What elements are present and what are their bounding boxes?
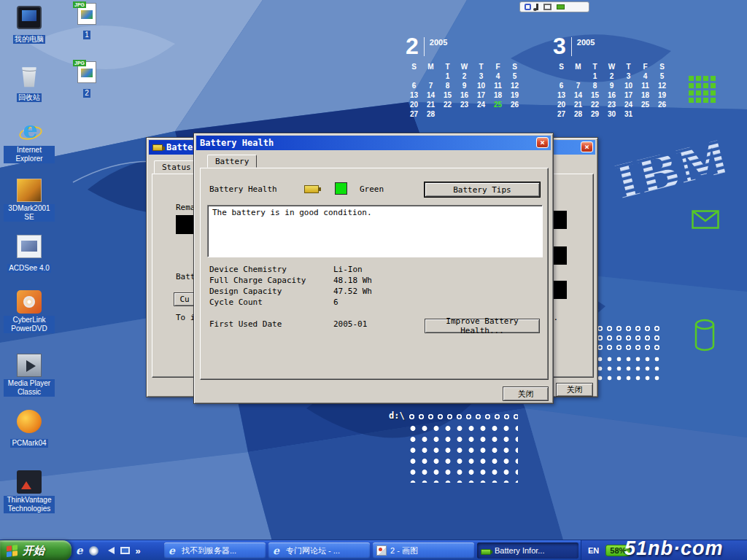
- jpg-file-icon: [77, 3, 96, 25]
- desktop-icon-mpc[interactable]: Media Player Classic: [3, 354, 55, 397]
- pcmark-icon: [17, 410, 42, 433]
- taskbar-task-1[interactable]: 找不到服务器...: [164, 542, 266, 559]
- calendar-date: 21: [570, 101, 587, 109]
- first-used-value: 2005-01: [333, 319, 367, 329]
- calendar-date: 23: [456, 101, 473, 109]
- field-value: Li-Ion: [333, 265, 363, 274]
- calendar-date: 6: [406, 82, 422, 90]
- desktop-icon-my-computer[interactable]: 我的电脑: [3, 6, 55, 44]
- calendar-date: 25: [489, 101, 506, 109]
- cycle-button[interactable]: Cu: [174, 292, 196, 306]
- calendar-date: 2: [456, 72, 473, 80]
- windows-flag-icon: [7, 544, 18, 556]
- start-label: 开始: [23, 544, 44, 558]
- calendar-date: 27: [553, 110, 570, 118]
- calendar-date: [406, 72, 422, 80]
- desktop-icon-ie[interactable]: Internet Explorer: [3, 120, 55, 164]
- calendar-date: 20: [553, 101, 570, 109]
- calendar-date: 19: [506, 91, 523, 99]
- gauge-display: [553, 211, 567, 229]
- desktop-icon-acdsee[interactable]: ACDSee 4.0: [3, 235, 55, 273]
- music-note-icon[interactable]: [536, 4, 538, 10]
- health-label: Battery Health: [209, 184, 277, 194]
- calendar-date: 1: [587, 72, 603, 80]
- file-icon-label: 1: [83, 31, 90, 39]
- calendar-day-header: S: [506, 63, 523, 71]
- calendar-date: 22: [439, 101, 456, 109]
- thinkvantage-icon: [17, 470, 42, 494]
- file-icon-jpg[interactable]: 1: [70, 3, 104, 40]
- calendar-day-header: F: [637, 63, 654, 71]
- calendar-date: 28: [422, 110, 439, 118]
- close-icon[interactable]: ×: [536, 137, 549, 148]
- desktop-icon-thinkvantage[interactable]: ThinkVantage Technologies: [3, 470, 55, 514]
- ie-icon: [168, 545, 178, 556]
- dots-pattern-filled: [595, 354, 662, 384]
- condition-text: The battery is in good condition.: [212, 208, 372, 217]
- calendar-date: 7: [570, 82, 587, 90]
- battery-health-titlebar[interactable]: Battery Health: [196, 136, 551, 150]
- health-status-indicator: [335, 182, 347, 195]
- improve-battery-health-button[interactable]: Improve Battery Health...: [425, 319, 540, 333]
- calendar-date: 3: [620, 72, 637, 80]
- start-button[interactable]: 开始: [0, 540, 71, 560]
- close-button[interactable]: 关闭: [503, 386, 549, 401]
- charge-gauge: [176, 215, 195, 234]
- media-disc-icon[interactable]: [89, 546, 98, 556]
- battery-health-title: Battery Health: [200, 138, 274, 148]
- taskbar-task-2[interactable]: 专门网论坛 - ...: [268, 542, 370, 559]
- desktop-icon-pcmark[interactable]: PCMark04: [3, 410, 55, 448]
- plug-icon[interactable]: [525, 4, 531, 10]
- calendar-header: 22005: [406, 35, 531, 58]
- condition-textbox[interactable]: The battery is in good condition.: [207, 205, 543, 257]
- desktop-icon-label: 回收站: [17, 93, 42, 102]
- taskbar-task-3[interactable]: 2 - 画图: [373, 542, 474, 559]
- calendar-day-header: T: [439, 63, 456, 71]
- calendar-date: [422, 72, 439, 80]
- tab-status[interactable]: Status: [154, 160, 199, 174]
- calendar-date: 12: [506, 82, 523, 90]
- calendar-date: 17: [620, 91, 637, 99]
- close-icon[interactable]: ×: [581, 141, 593, 152]
- ie-icon: [272, 545, 282, 556]
- display-icon[interactable]: [543, 4, 551, 10]
- quick-launch-overflow-icon[interactable]: »: [136, 545, 141, 556]
- field-row: Full Charge Capacity48.18 Wh: [209, 276, 541, 286]
- battery-health-dialog[interactable]: Battery Health × Battery Battery Health …: [193, 133, 554, 404]
- taskbar: 开始 » 找不到服务器...专门网论坛 - ...2 - 画图Battery I…: [0, 540, 747, 560]
- tab-battery[interactable]: Battery: [207, 155, 257, 168]
- field-label: Full Charge Capacity: [209, 276, 306, 285]
- desktop-show-icon[interactable]: [120, 547, 130, 554]
- calendar-date: 5: [506, 72, 523, 80]
- calendar-date: 4: [489, 72, 506, 80]
- calendar-date: 28: [570, 110, 587, 118]
- calendar-date: 4: [637, 72, 654, 80]
- volume-icon[interactable]: [104, 547, 115, 554]
- acdsee-icon: [17, 235, 42, 258]
- battery-tips-button[interactable]: Battery Tips: [425, 182, 540, 197]
- desktop-icon-3dmark[interactable]: 3DMark2001 SE: [3, 179, 55, 222]
- calendar-date: 20: [406, 101, 422, 109]
- drive-label: d:\: [389, 411, 405, 421]
- file-icon-jpg[interactable]: 2: [70, 61, 104, 98]
- language-indicator[interactable]: EN: [588, 546, 599, 555]
- power-toolbar[interactable]: [519, 1, 589, 12]
- close-button[interactable]: 关闭: [556, 383, 593, 397]
- battery-icon: [481, 549, 491, 555]
- desktop-icon-powerdvd[interactable]: CyberLink PowerDVD: [3, 290, 55, 334]
- desktop-icon-label: 我的电脑: [13, 35, 45, 44]
- taskbar-task-4[interactable]: Battery Infor...: [477, 542, 578, 559]
- desktop-file-column: 12: [70, 0, 104, 146]
- calendar-date: 30: [603, 110, 620, 118]
- internet-explorer-icon[interactable]: [76, 544, 83, 557]
- field-value: 48.18 Wh: [333, 276, 372, 285]
- calendar-grid: SMTWTFS123456789101112131415161718192021…: [406, 63, 531, 118]
- calendar-date: 11: [489, 82, 506, 90]
- calendar-date: 24: [473, 101, 489, 109]
- desktop-icon-recycle-bin[interactable]: 回收站: [3, 64, 55, 103]
- calendar-date: [489, 110, 506, 118]
- first-used-label: First Used Date: [209, 319, 282, 329]
- tray-battery-indicator[interactable]: 58%: [605, 545, 630, 556]
- battery-status-icon[interactable]: [557, 4, 565, 9]
- calendar-year: 2005: [577, 38, 595, 47]
